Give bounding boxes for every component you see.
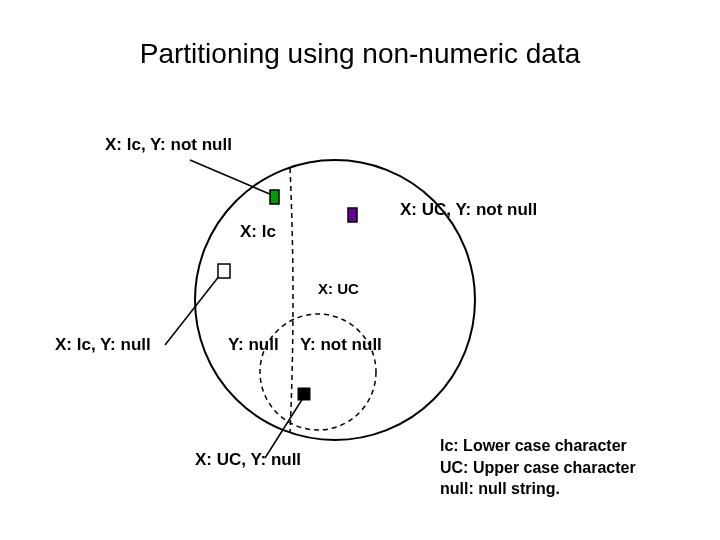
connector-topleft-icon (190, 160, 272, 195)
label-left-outer: X: lc, Y: null (55, 335, 151, 355)
white-marker-icon (218, 264, 230, 278)
black-marker-icon (298, 388, 310, 400)
label-y-not-null: Y: not null (300, 335, 382, 355)
connector-left-icon (165, 275, 220, 345)
label-x-lc: X: lc (240, 222, 276, 242)
vertical-divider-icon (290, 168, 293, 432)
legend-line-3: null: null string. (440, 478, 636, 500)
label-x-uc: X: UC (318, 280, 359, 297)
green-marker-icon (270, 190, 279, 204)
label-top-left: X: lc, Y: not null (105, 135, 232, 155)
inner-circle-icon (260, 314, 376, 430)
label-y-null: Y: null (228, 335, 279, 355)
legend: lc: Lower case character UC: Upper case … (440, 435, 636, 500)
label-top-right: X: UC, Y: not null (400, 200, 537, 220)
purple-marker-icon (348, 208, 357, 222)
legend-line-1: lc: Lower case character (440, 435, 636, 457)
legend-line-2: UC: Upper case character (440, 457, 636, 479)
connector-bottom-icon (265, 398, 303, 458)
label-bottom: X: UC, Y: null (195, 450, 301, 470)
